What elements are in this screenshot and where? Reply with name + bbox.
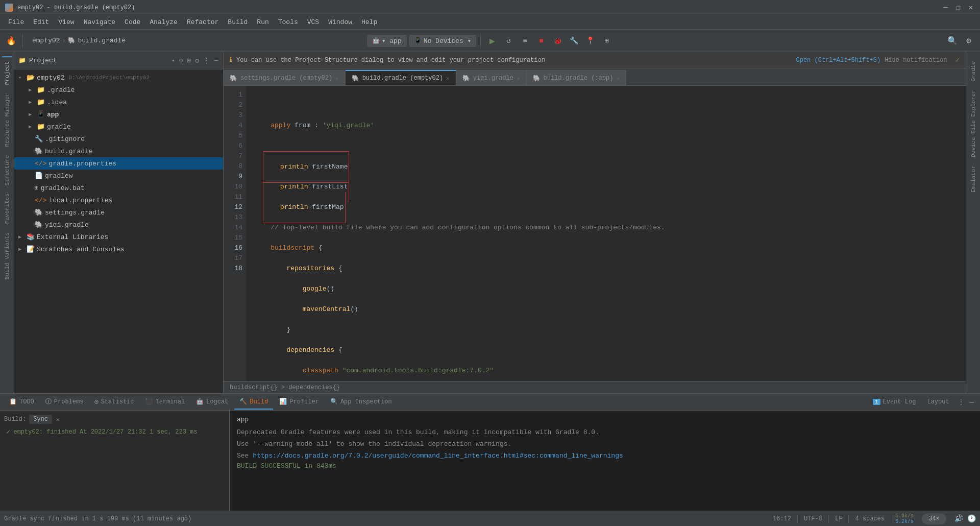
tab-settings-gradle[interactable]: 🐘 settings.gradle (empty02) ✕: [224, 70, 346, 85]
breadcrumb-file[interactable]: build.gradle: [78, 37, 126, 44]
tree-item-gradlefolder[interactable]: ▶ 📁 gradle: [14, 121, 223, 133]
tree-item-extlibs[interactable]: ▶ 📚 External Libraries: [14, 231, 223, 243]
tab-favorites[interactable]: Favorites: [2, 189, 12, 228]
locate-icon[interactable]: ⊙: [178, 56, 184, 66]
tab-build-gradle-app[interactable]: 🐘 build.gradle (:app) ✕: [527, 70, 626, 85]
bottom-tab-logcat[interactable]: 🤖 Logcat: [191, 395, 233, 410]
bottom-tab-appinspection[interactable]: 🔍 App Inspection: [325, 395, 397, 410]
build-success-item[interactable]: ✓ empty02: finished At 2022/1/27 21:32 1…: [4, 426, 225, 438]
tree-item-buildgradle[interactable]: 🐘 build.gradle: [14, 145, 223, 157]
menu-navigate[interactable]: Navigate: [80, 16, 119, 28]
status-encoding[interactable]: UTF-8: [802, 515, 824, 522]
collapse-icon[interactable]: ⊞: [186, 56, 192, 66]
folder-open-icon: 📂: [27, 74, 35, 82]
layout-button[interactable]: ⊞: [599, 34, 614, 48]
sync-tab[interactable]: Sync: [29, 415, 52, 424]
menu-tools[interactable]: Tools: [274, 16, 302, 28]
window-controls[interactable]: — ❐ ✕: [942, 3, 975, 12]
tree-item-gradlew[interactable]: 📄 gradlew: [14, 170, 223, 182]
tree-item-idea[interactable]: ▶ 📁 .idea: [14, 96, 223, 108]
minimize-bottom-icon[interactable]: —: [968, 397, 976, 408]
tree-item-app[interactable]: ▶ 📱 app: [14, 108, 223, 121]
tab-structure[interactable]: Structure: [2, 151, 12, 189]
settings-icon[interactable]: ⚙: [962, 34, 976, 48]
notification-hide[interactable]: Hide notification: [885, 57, 947, 64]
run-button[interactable]: ▶: [485, 34, 499, 48]
breadcrumb-project[interactable]: empty02: [32, 37, 60, 44]
tree-item-localprops[interactable]: </> local.properties: [14, 194, 223, 206]
tab-close-settings[interactable]: ✕: [335, 75, 339, 82]
debug-button[interactable]: ↺: [501, 34, 516, 48]
sync-close-btn[interactable]: ✕: [56, 416, 60, 423]
zoom-widget[interactable]: 34×: [922, 513, 946, 524]
menu-run[interactable]: Run: [253, 16, 273, 28]
build-out-line-2: Use '--warning-mode all' to show the ind…: [237, 439, 973, 450]
menu-vcs[interactable]: VCS: [303, 16, 323, 28]
attach-button[interactable]: 📍: [583, 34, 597, 48]
status-indent[interactable]: 4 spaces: [853, 515, 887, 522]
bottom-tab-build[interactable]: 🔨 Build: [234, 395, 273, 410]
device-selector[interactable]: 📱 No Devices ▾: [409, 35, 477, 47]
tab-close-yiqi[interactable]: ✕: [517, 75, 520, 82]
menu-help[interactable]: Help: [357, 16, 381, 28]
build-out-link[interactable]: https://docs.gradle.org/7.0.2/userguide/…: [253, 452, 623, 460]
bottom-tab-eventlog[interactable]: 1 Event Log: [868, 395, 921, 410]
tree-item-yiqigradle[interactable]: 🐘 yiqi.gradle: [14, 219, 223, 231]
tree-item-gitignore[interactable]: 🔧 .gitignore: [14, 133, 223, 145]
tab-close-build[interactable]: ✕: [446, 75, 450, 82]
menu-view[interactable]: View: [54, 16, 78, 28]
close-button[interactable]: ✕: [967, 3, 975, 12]
sync-button[interactable]: 🐞: [550, 34, 565, 48]
stop-button[interactable]: ■: [534, 34, 548, 48]
coverage-button[interactable]: ≡: [518, 34, 532, 48]
more-icon[interactable]: ⋮: [202, 56, 211, 66]
tree-item-gradle[interactable]: ▶ 📁 .gradle: [14, 84, 223, 96]
code-content[interactable]: apply from : 'yiqi.gradle' println first…: [247, 86, 966, 381]
menu-edit[interactable]: Edit: [29, 16, 53, 28]
tab-resource-manager[interactable]: Resource Manager: [2, 89, 12, 151]
bottom-tab-layout[interactable]: Layout: [922, 395, 954, 410]
gear-icon[interactable]: ⚙: [194, 56, 200, 66]
minimize-panel-icon[interactable]: —: [213, 56, 219, 66]
sound-icon[interactable]: 🔊: [954, 514, 963, 523]
tree-label-app: app: [47, 111, 59, 118]
maximize-button[interactable]: ❐: [954, 3, 962, 12]
network-down: 5.2k/s: [895, 519, 914, 524]
tab-emulator[interactable]: Emulator: [968, 161, 978, 197]
search-everywhere-icon[interactable]: 🔍: [945, 34, 960, 48]
app-selector[interactable]: 🤖 ▾ app: [367, 35, 407, 47]
status-linesep[interactable]: LF: [833, 515, 844, 522]
menu-window[interactable]: Window: [324, 16, 356, 28]
bottom-tab-terminal[interactable]: ⬛ Terminal: [140, 395, 190, 410]
minimize-button[interactable]: —: [942, 3, 950, 12]
tab-gradle-right[interactable]: Gradle: [968, 57, 978, 86]
bottom-tab-todo[interactable]: 📋 TODO: [4, 395, 39, 410]
menu-build[interactable]: Build: [224, 16, 252, 28]
tree-item-gradlewbat[interactable]: ⊞ gradlew.bat: [14, 182, 223, 194]
bottom-tab-problems[interactable]: ⓘ Problems: [40, 395, 89, 410]
notification-link[interactable]: Open (Ctrl+Alt+Shift+S): [796, 57, 881, 64]
code-editor[interactable]: 1 2 3 4 5 6 7 8 9 10 11 12 13 14 15 16 1…: [224, 86, 966, 381]
bottom-tab-profiler[interactable]: 📊 Profiler: [274, 395, 324, 410]
clock-icon[interactable]: 🕐: [967, 514, 976, 523]
tab-device-file-explorer[interactable]: Device File Explorer: [968, 86, 978, 161]
profiler-button[interactable]: 🔧: [567, 34, 581, 48]
tree-label-gradlefolder: gradle: [47, 123, 71, 131]
bottom-tab-statistic[interactable]: ◎ Statistic: [89, 395, 139, 410]
menu-file[interactable]: File: [4, 16, 28, 28]
tab-close-build-app[interactable]: ✕: [616, 75, 620, 82]
menu-refactor[interactable]: Refactor: [183, 16, 223, 28]
dropdown-icon[interactable]: ▾: [172, 57, 175, 64]
more-bottom-icon[interactable]: ⋮: [955, 397, 967, 408]
menu-analyze[interactable]: Analyze: [145, 16, 182, 28]
fire-icon[interactable]: 🔥: [4, 34, 18, 48]
tab-build-gradle[interactable]: 🐘 build.gradle (empty02) ✕: [346, 70, 456, 85]
tree-item-scratches[interactable]: ▶ 📝 Scratches and Consoles: [14, 243, 223, 255]
tree-item-gradleprops[interactable]: </> gradle.properties: [14, 157, 223, 170]
tree-item-root[interactable]: ▾ 📂 empty02 D:\AndroidPrject\empty02: [14, 71, 223, 84]
tab-yiqi-gradle[interactable]: 🐘 yiqi.gradle ✕: [456, 70, 527, 85]
tab-project[interactable]: Project: [2, 56, 12, 89]
menu-code[interactable]: Code: [120, 16, 144, 28]
tree-item-settingsgradle[interactable]: 🐘 settings.gradle: [14, 206, 223, 219]
tab-build-variants[interactable]: Build Variants: [2, 228, 12, 283]
